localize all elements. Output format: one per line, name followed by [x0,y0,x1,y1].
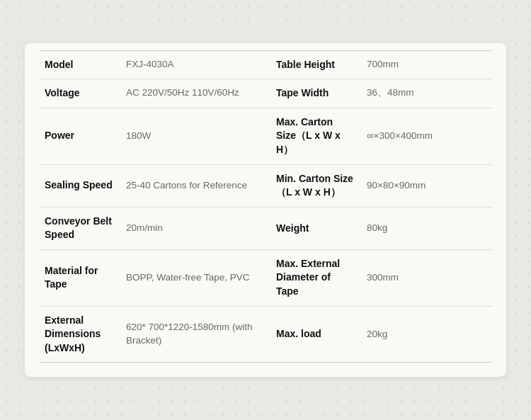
left-label-2: Power [39,108,120,164]
left-value-2: 180W [120,108,262,164]
right-value-6: 20kg [361,306,492,363]
right-value-3: 90×80×90mm [361,164,492,207]
table-row: Sealing Speed 25-40 Cartons for Referenc… [39,164,492,207]
right-label-1: Tape Width [262,79,361,108]
spec-card: Model FXJ-4030A Table Height 700mm Volta… [25,43,506,378]
table-row: Power 180W Max. Carton Size（L x W x H） ∞… [39,108,492,164]
left-label-1: Voltage [39,79,120,108]
right-label-2: Max. Carton Size（L x W x H） [262,108,361,164]
left-label-5: Material for Tape [39,249,120,306]
left-value-0: FXJ-4030A [120,50,262,79]
left-value-3: 25-40 Cartons for Reference [120,164,262,207]
table-row: Voltage AC 220V/50Hz 110V/60Hz Tape Widt… [39,79,492,108]
left-value-5: BOPP, Water-free Tape, PVC [120,249,262,306]
right-label-5: Max. External Diameter of Tape [262,249,361,306]
right-label-0: Table Height [262,50,361,79]
table-row: External Dimensions (LxWxH) 620* 700*122… [39,306,492,363]
table-row: Material for Tape BOPP, Water-free Tape,… [39,249,492,306]
left-label-3: Sealing Speed [39,164,120,207]
left-label-4: Conveyor Belt Speed [39,207,120,249]
right-value-2: ∞×300×400mm [361,108,492,164]
right-label-4: Weight [262,207,361,249]
spec-table: Model FXJ-4030A Table Height 700mm Volta… [39,50,492,363]
left-value-1: AC 220V/50Hz 110V/60Hz [120,79,262,108]
table-row: Model FXJ-4030A Table Height 700mm [39,50,492,79]
table-row: Conveyor Belt Speed 20m/min Weight 80kg [39,207,492,249]
right-value-0: 700mm [361,50,492,79]
right-label-6: Max. load [262,306,361,363]
left-label-6: External Dimensions (LxWxH) [39,306,120,363]
right-value-1: 36、48mm [361,79,492,108]
left-label-0: Model [39,50,120,79]
left-value-6: 620* 700*1220-1580mm (with Bracket) [120,306,262,363]
right-value-5: 300mm [361,249,492,306]
right-value-4: 80kg [361,207,492,249]
right-label-3: Min. Carton Size（L x W x H） [262,164,361,207]
left-value-4: 20m/min [120,207,262,249]
